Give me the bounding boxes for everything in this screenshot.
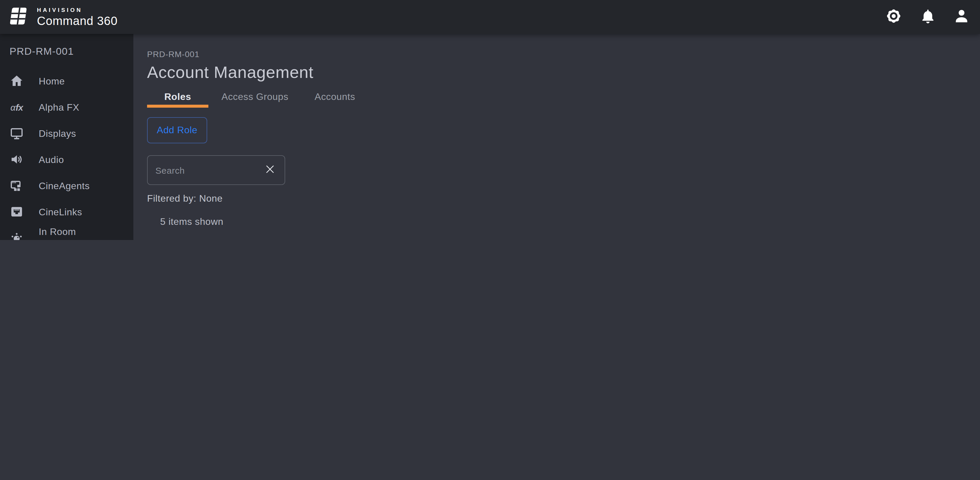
notifications-bell-icon: [919, 8, 936, 27]
user-menu-button[interactable]: [953, 8, 970, 26]
tab-roles[interactable]: Roles: [147, 89, 208, 108]
notifications-button[interactable]: [919, 8, 937, 26]
filtered-by-label: Filtered by: None: [147, 193, 968, 204]
home-icon: [9, 73, 24, 89]
search-input[interactable]: [155, 165, 263, 175]
cinelinks-icon: [9, 204, 24, 220]
sidebar-item-audio[interactable]: Audio: [0, 146, 134, 173]
tab-bar: Roles Access Groups Accounts: [147, 89, 968, 108]
page-title: Account Management: [147, 63, 968, 82]
display-icon: [9, 125, 24, 141]
cineagents-icon: [9, 178, 24, 193]
haivision-grid-logo-icon: [8, 6, 31, 28]
in-room-devices-icon: [9, 230, 24, 240]
brand-logo[interactable]: HAIVISION Command 360: [8, 6, 118, 28]
brand-name: HAIVISION: [37, 8, 118, 13]
sidebar: PRD-RM-001 Home αfx Alpha FX: [0, 34, 134, 240]
add-role-button[interactable]: Add Role: [147, 117, 207, 143]
sidebar-item-in-room-devices[interactable]: In Room Devices: [0, 225, 134, 240]
search-box: [147, 155, 285, 185]
audio-speaker-icon: [9, 152, 24, 167]
product-name: Command 360: [37, 15, 118, 27]
room-id-label: PRD-RM-001: [0, 46, 134, 58]
sidebar-item-cineagents[interactable]: CineAgents: [0, 173, 134, 199]
sidebar-item-displays[interactable]: Displays: [0, 120, 134, 146]
breadcrumb: PRD-RM-001: [147, 49, 968, 59]
top-bar: HAIVISION Command 360: [0, 0, 980, 34]
app-window: HAIVISION Command 360: [0, 0, 980, 240]
topbar-actions: [885, 8, 970, 26]
tab-access-groups[interactable]: Access Groups: [208, 89, 302, 108]
alpha-fx-icon: αfx: [9, 99, 24, 115]
settings-button[interactable]: [885, 8, 903, 26]
items-shown-label: 5 items shown: [147, 217, 968, 227]
close-icon: [264, 163, 276, 177]
sidebar-item-cinelinks[interactable]: CineLinks: [0, 199, 134, 225]
sidebar-item-alpha-fx[interactable]: αfx Alpha FX: [0, 94, 134, 120]
tab-accounts[interactable]: Accounts: [302, 89, 368, 108]
user-account-icon: [953, 7, 970, 27]
settings-gear-icon: [885, 7, 903, 27]
clear-search-button[interactable]: [263, 162, 277, 178]
main-content: PRD-RM-001 Account Management Roles Acce…: [134, 34, 980, 240]
sidebar-item-home[interactable]: Home: [0, 68, 134, 94]
